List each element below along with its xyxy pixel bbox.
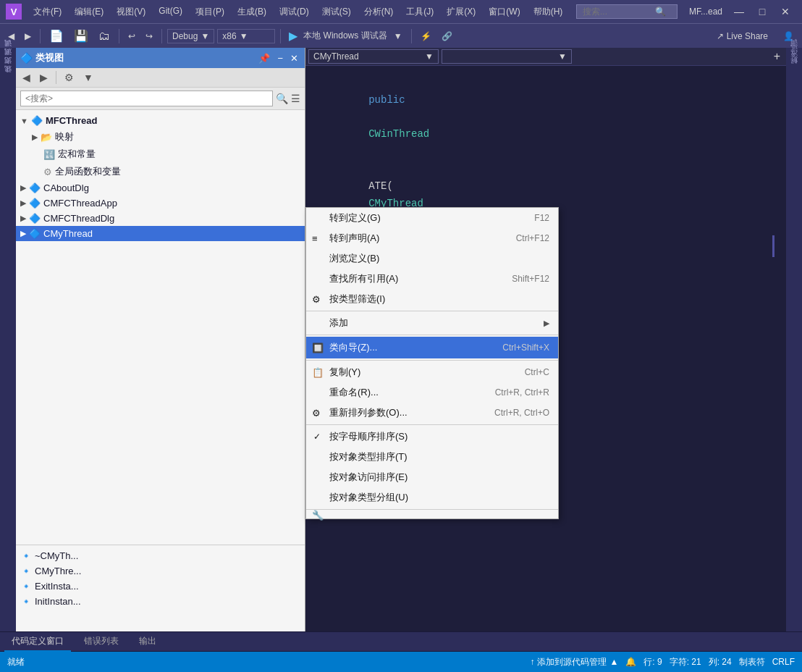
code-collapse-button[interactable]: + <box>771 50 783 63</box>
cm-goto-def[interactable]: 转到定义(G) F12 <box>306 208 558 228</box>
tree-item-caboutdlg[interactable]: ▶ 🔷 CAboutDlg <box>16 180 305 196</box>
cv-pin-button[interactable]: 📌 <box>256 53 272 64</box>
perf-button[interactable]: ⚡ <box>417 29 435 43</box>
menu-tools[interactable]: 工具(J) <box>400 3 439 21</box>
menu-window[interactable]: 窗口(W) <box>483 3 525 21</box>
status-format[interactable]: 制表符 <box>739 656 765 668</box>
cm-group-obj-type[interactable]: 按对象类型分组(U) <box>306 487 558 508</box>
right-icon-3[interactable]: 液 <box>788 62 801 65</box>
menu-view[interactable]: 视图(V) <box>111 3 151 21</box>
menu-git[interactable]: Git(G) <box>153 3 188 21</box>
back-button[interactable]: ◀ <box>4 29 18 43</box>
tab-error-list[interactable]: 错误列表 <box>77 632 126 652</box>
tree-root[interactable]: ▼ 🔷 MFCThread <box>16 113 305 128</box>
class-view-filter-button[interactable]: ☰ <box>291 93 300 104</box>
left-sidebar-icon-2[interactable]: 测试 <box>1 59 15 64</box>
cv-settings-button[interactable]: − <box>275 53 285 64</box>
tree-item-macros[interactable]: 🔣 宏和常量 <box>16 146 305 163</box>
tree-item-globals[interactable]: ⚙ 全局函数和变量 <box>16 163 305 180</box>
menu-test[interactable]: 测试(S) <box>316 3 357 21</box>
tree-item-cmfcthreadapp[interactable]: ▶ 🔷 CMFCThreadApp <box>16 196 305 211</box>
code-class-dropdown[interactable]: CMyThread ▼ <box>308 49 439 64</box>
cm-sort-alpha[interactable]: ✓ 按字母顺序排序(S) <box>306 427 558 447</box>
cm-rename[interactable]: 重命名(R)... Ctrl+R, Ctrl+R <box>306 382 558 403</box>
cv-close-button[interactable]: ✕ <box>288 53 300 64</box>
right-icon-2[interactable]: 试 <box>788 56 801 59</box>
status-bell[interactable]: 🔔 <box>625 657 636 667</box>
redo-button[interactable]: ↪ <box>142 29 156 43</box>
code-method-arrow: ▼ <box>558 51 567 62</box>
cm-sort-obj-type[interactable]: 按对象类型排序(T) <box>306 447 558 467</box>
live-share-button[interactable]: ↗ Live Share <box>711 29 774 43</box>
cm-copy[interactable]: 📋 复制(Y) Ctrl+C <box>306 362 558 382</box>
undo-button[interactable]: ↩ <box>124 29 139 43</box>
profile-button[interactable]: 👤 <box>780 29 798 43</box>
debug-mode-dropdown[interactable]: Debug ▼ <box>167 29 214 43</box>
right-icon-4[interactable]: 解 <box>788 68 801 71</box>
thread-button[interactable]: 🔗 <box>438 29 456 43</box>
platform-dropdown[interactable]: x86 ▼ <box>217 29 275 43</box>
cm-browse-def[interactable]: 浏览定义(B) <box>306 248 558 269</box>
left-sidebar-icon-4[interactable]: 淡化 <box>1 77 15 81</box>
close-button[interactable]: ✕ <box>774 4 796 19</box>
maximize-button[interactable]: □ <box>751 4 773 19</box>
cv-settings-gear-btn[interactable]: ⚙ <box>61 70 77 85</box>
menu-build[interactable]: 生成(B) <box>232 3 272 21</box>
tree-icon-caboutdlg: 🔷 <box>29 182 41 193</box>
cm-properties[interactable]: 🔧 <box>306 511 558 518</box>
left-sidebar-icon-1[interactable]: 调试 <box>1 51 15 55</box>
member-label-2: ExitInsta... <box>35 581 79 592</box>
menu-project[interactable]: 项目(P) <box>190 3 230 21</box>
member-item-3[interactable]: 🔹 InitInstan... <box>16 594 305 609</box>
run-extra-button[interactable]: ▼ <box>390 29 406 43</box>
menu-debug[interactable]: 调试(D) <box>274 3 315 21</box>
minimize-button[interactable]: — <box>728 4 750 19</box>
window-controls: — □ ✕ <box>728 4 796 19</box>
tab-code-def[interactable]: 代码定义窗口 <box>4 632 71 652</box>
code-text-2: ATE( <box>368 180 393 192</box>
class-view-titlebar: 🔷 类视图 📌 − ✕ <box>16 48 305 68</box>
left-sidebar-icon-3[interactable]: 浏览 <box>1 68 15 72</box>
toolbar-separator-3 <box>161 29 162 43</box>
save-button[interactable]: 💾 <box>70 27 92 45</box>
tree-item-mapping[interactable]: ▶ 📂 映射 <box>16 128 305 146</box>
tab-output[interactable]: 输出 <box>132 632 164 652</box>
title-search-box[interactable]: 🔍 <box>576 4 678 19</box>
menu-file[interactable]: 文件(F) <box>28 3 67 21</box>
cm-sort-access[interactable]: 按对象访问排序(E) <box>306 467 558 487</box>
cm-reorder-params[interactable]: ⚙ 重新排列参数(O)... Ctrl+R, Ctrl+O <box>306 403 558 423</box>
tree-item-cmfcthreaddlg[interactable]: ▶ 🔷 CMFCThreadDlg <box>16 211 305 226</box>
class-view-search-button[interactable]: 🔍 <box>276 93 288 104</box>
status-add-source[interactable]: ↑ 添加到源代码管理 ▲ <box>530 656 618 668</box>
new-button[interactable]: 📄 <box>46 27 67 45</box>
member-item-2[interactable]: 🔹 ExitInsta... <box>16 579 305 594</box>
save-all-button[interactable]: 🗂 <box>95 28 114 45</box>
code-method-dropdown[interactable]: ▼ <box>442 49 572 64</box>
cm-class-wizard[interactable]: 🔲 类向导(Z)... Ctrl+Shift+X <box>306 337 558 358</box>
right-icon-1[interactable]: 调 <box>788 51 801 54</box>
title-search-input[interactable] <box>583 7 655 17</box>
cv-forward-btn[interactable]: ▶ <box>36 70 51 85</box>
cv-back-btn[interactable]: ◀ <box>19 70 34 85</box>
cm-filter-type[interactable]: ⚙ 按类型筛选(I) <box>306 289 558 309</box>
cm-goto-decl[interactable]: ≡ 转到声明(A) Ctrl+F12 <box>306 228 558 248</box>
menu-edit[interactable]: 编辑(E) <box>69 3 109 21</box>
cm-find-refs[interactable]: 查找所有引用(A) Shift+F12 <box>306 269 558 289</box>
tree-item-cmythread[interactable]: ▶ 🔷 CMyThread <box>16 226 305 241</box>
cm-copy-label: 复制(Y) <box>329 366 519 379</box>
forward-button[interactable]: ▶ <box>21 29 35 43</box>
status-encoding[interactable]: CRLF <box>772 657 795 667</box>
run-button[interactable]: ▶ <box>286 29 300 43</box>
menu-help[interactable]: 帮助(H) <box>528 3 569 21</box>
status-bar: 就绪 ↑ 添加到源代码管理 ▲ 🔔 行: 9 字符: 21 列: 24 制表符 … <box>0 652 802 672</box>
member-item-1[interactable]: 🔹 CMyThre... <box>16 563 305 579</box>
menu-extensions[interactable]: 扩展(X) <box>441 3 481 21</box>
cm-add-label: 添加 <box>329 316 538 329</box>
cm-add[interactable]: 添加 ▶ <box>306 313 558 333</box>
cm-props-icon: 🔧 <box>312 510 324 521</box>
member-item-0[interactable]: 🔹 ~CMyTh... <box>16 548 305 563</box>
class-view-search-input[interactable] <box>20 91 273 106</box>
cm-sort-alpha-check: ✓ <box>313 432 321 442</box>
cv-new-folder-btn[interactable]: ▼ <box>80 70 97 85</box>
menu-analyze[interactable]: 分析(N) <box>358 3 400 21</box>
